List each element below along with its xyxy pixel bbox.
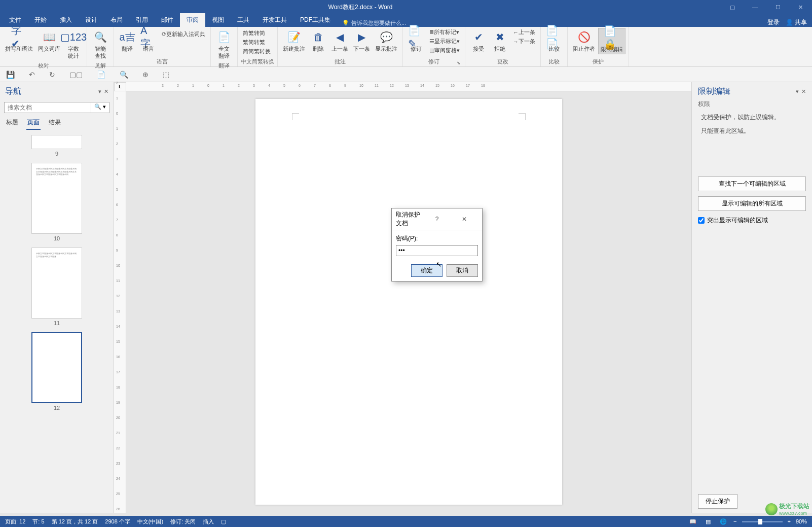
show-all-regions-button[interactable]: 显示可编辑的所有区域 xyxy=(698,196,806,211)
status-words[interactable]: 2908 个字 xyxy=(105,518,130,525)
dialog-cancel-button[interactable]: 取消 xyxy=(447,264,478,277)
update-ime-button[interactable]: ⟳更新输入法词典 xyxy=(160,30,207,39)
zoom-level[interactable]: 90% xyxy=(796,518,807,524)
highlight-regions-checkbox[interactable]: 突出显示可编辑的区域 xyxy=(698,216,806,225)
watermark-logo-icon xyxy=(765,503,778,515)
status-track[interactable]: 修订: 关闭 xyxy=(170,518,196,525)
compare-button[interactable]: 📄📄比较 xyxy=(544,28,564,53)
translate-button[interactable]: a吉翻译 xyxy=(117,28,137,53)
qa-icon-5[interactable]: ⬚ xyxy=(163,71,169,79)
rp-section-label: 权限 xyxy=(698,100,806,109)
status-page[interactable]: 页面: 12 xyxy=(5,518,25,525)
tab-pdf[interactable]: PDF工具集 xyxy=(293,13,337,27)
track-changes-button[interactable]: 📄✎修订 xyxy=(406,28,426,53)
tab-review[interactable]: 审阅 xyxy=(180,13,205,27)
page-thumbnail[interactable]: 示例文本段落示例文本段落示例文本段落示例文本段落示例文本段落 xyxy=(31,248,82,319)
status-section[interactable]: 节: 5 xyxy=(32,518,44,525)
show-comments-button[interactable]: 💬显示批注 xyxy=(373,28,399,53)
full-translate-button[interactable]: 📄全文 翻译 xyxy=(214,28,234,61)
stop-protection-button[interactable]: 停止保护 xyxy=(698,494,737,509)
minimize-icon[interactable]: — xyxy=(744,0,766,14)
status-language[interactable]: 中文(中国) xyxy=(137,518,163,525)
vertical-ruler[interactable]: 2101234567891011121314151617181920212223… xyxy=(114,91,126,513)
find-next-region-button[interactable]: 查找下一个可编辑的区域 xyxy=(698,177,806,191)
accept-button[interactable]: ✔接受 xyxy=(468,28,489,53)
qa-icon-2[interactable]: 📄 xyxy=(97,71,105,79)
save-icon[interactable]: 💾 xyxy=(6,71,15,79)
nav-dropdown-icon[interactable]: ▾ xyxy=(98,88,101,95)
qa-icon-1[interactable]: ▢▢ xyxy=(69,71,83,79)
thesaurus-button[interactable]: 📖同义词库 xyxy=(36,28,62,53)
restrict-icon: 📄🔒 xyxy=(604,29,620,46)
print-layout-icon[interactable]: ▤ xyxy=(703,518,713,525)
page-thumbnail[interactable] xyxy=(31,135,82,149)
convert-button[interactable]: 简简繁转换 xyxy=(241,47,273,56)
delete-comment-button[interactable]: 🗑删除 xyxy=(308,28,328,53)
spelling-button[interactable]: 字✔拼写和语法 xyxy=(3,28,35,53)
nav-tab-pages[interactable]: 页面 xyxy=(26,116,41,130)
reject-button[interactable]: ✖拒绝 xyxy=(490,28,510,53)
nav-tab-headings[interactable]: 标题 xyxy=(5,116,19,130)
undo-icon[interactable]: ↶ xyxy=(29,71,35,79)
block-icon: 🚫 xyxy=(576,29,592,45)
nav-search-button[interactable]: 🔍 ▾ xyxy=(91,102,109,113)
page-thumbnail[interactable]: 示例文本段落示例文本段落示例文本段落示例文本段落示例文本段落示例文本段落示例文本… xyxy=(31,163,82,234)
close-icon[interactable]: ✕ xyxy=(789,0,812,14)
ribbon-display-icon[interactable]: ▢ xyxy=(721,0,744,14)
tab-home[interactable]: 开始 xyxy=(28,13,53,27)
next-change-button[interactable]: →下一条 xyxy=(511,37,537,46)
password-input[interactable] xyxy=(396,245,478,256)
dialog-ok-button[interactable]: 确定 xyxy=(411,264,442,277)
rp-close-icon[interactable]: ✕ xyxy=(801,88,806,95)
login-link[interactable]: 登录 xyxy=(767,18,780,27)
prev-comment-button[interactable]: ◀上一条 xyxy=(329,28,350,53)
status-page-of[interactable]: 第 12 页，共 12 页 xyxy=(52,518,98,525)
reviewing-pane-dropdown[interactable]: ◫审阅窗格 ▾ xyxy=(427,46,462,55)
trad-to-simp-button[interactable]: 繁简转繁 xyxy=(241,38,273,47)
smart-lookup-button[interactable]: 🔍智能 查找 xyxy=(90,28,110,61)
tab-developer[interactable]: 开发工具 xyxy=(256,13,293,27)
highlight-checkbox-input[interactable] xyxy=(698,217,705,224)
qa-icon-4[interactable]: ⊕ xyxy=(142,71,149,79)
next-comment-button[interactable]: ▶下一条 xyxy=(351,28,372,53)
nav-tab-results[interactable]: 结果 xyxy=(48,116,62,130)
page-thumbnail-selected[interactable] xyxy=(31,332,82,403)
status-macro-icon[interactable]: ▢ xyxy=(221,518,226,525)
document-page[interactable] xyxy=(255,99,562,505)
block-authors-button[interactable]: 🚫阻止作者 xyxy=(571,28,597,53)
zoom-out-icon[interactable]: − xyxy=(733,518,736,524)
zoom-slider[interactable] xyxy=(742,521,783,522)
qa-icon-3[interactable]: 🔍 xyxy=(120,71,128,79)
read-mode-icon[interactable]: 📖 xyxy=(688,518,698,525)
share-button[interactable]: 👤 共享 xyxy=(786,18,807,27)
tab-view[interactable]: 视图 xyxy=(205,13,231,27)
dialog-help-icon[interactable]: ? xyxy=(423,216,451,223)
prev-change-button[interactable]: ←上一条 xyxy=(511,28,537,37)
nav-title: 导航 xyxy=(5,86,98,97)
language-button[interactable]: A字语言 xyxy=(138,28,159,53)
markup-display-dropdown[interactable]: ≣所有标记 ▾ xyxy=(427,28,462,37)
nav-search-input[interactable] xyxy=(4,102,91,113)
new-comment-button[interactable]: 📝新建批注 xyxy=(281,28,307,53)
maximize-icon[interactable]: ☐ xyxy=(766,0,789,14)
tab-design[interactable]: 设计 xyxy=(79,13,104,27)
restrict-editing-button[interactable]: 📄🔒限制编辑 xyxy=(598,28,625,54)
tell-me-search[interactable]: 💡告诉我您想要做什么... xyxy=(342,19,406,27)
redo-icon[interactable]: ↻ xyxy=(49,71,55,79)
tab-layout[interactable]: 布局 xyxy=(104,13,129,27)
wordcount-button[interactable]: ▢123字数 统计 xyxy=(63,28,84,61)
tab-tools[interactable]: 工具 xyxy=(231,13,256,27)
dialog-close-icon[interactable]: ✕ xyxy=(451,216,478,223)
show-markup-dropdown[interactable]: ☰显示标记 ▾ xyxy=(427,37,462,46)
tab-mailings[interactable]: 邮件 xyxy=(155,13,180,27)
tab-insert[interactable]: 插入 xyxy=(53,13,79,27)
simp-to-trad-button[interactable]: 简繁转简 xyxy=(241,29,273,38)
zoom-in-icon[interactable]: + xyxy=(788,518,791,524)
tracking-launcher-icon[interactable]: ⬊ xyxy=(457,60,461,65)
group-label-changes: 更改 xyxy=(468,57,537,66)
status-insert[interactable]: 插入 xyxy=(203,518,214,525)
horizontal-ruler[interactable]: 3210123456789101112131415161718 xyxy=(126,82,691,91)
web-layout-icon[interactable]: 🌐 xyxy=(718,518,728,525)
nav-close-icon[interactable]: ✕ xyxy=(104,88,108,95)
rp-dropdown-icon[interactable]: ▾ xyxy=(796,88,799,95)
